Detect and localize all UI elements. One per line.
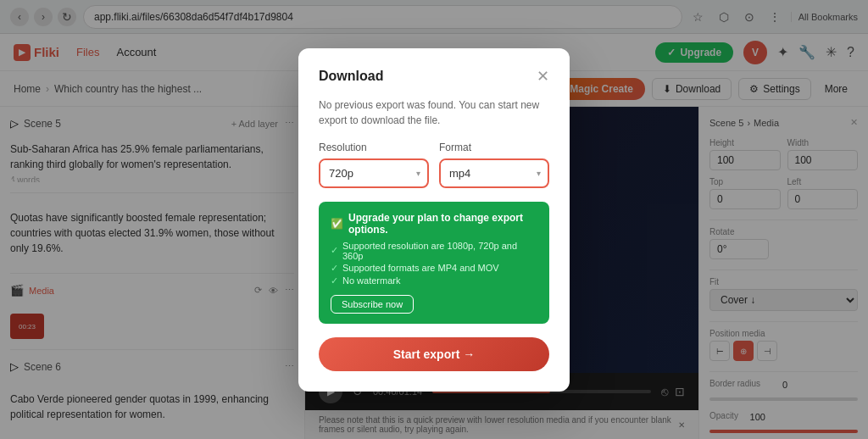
modal-overlay[interactable]: Download ✕ No previous export was found.… [0,0,868,439]
upgrade-line-1-text: Supported resolution are 1080p, 720p and… [342,241,537,261]
resolution-arrow-icon: ▾ [416,169,420,178]
upgrade-banner: ✅ Upgrade your plan to change export opt… [319,202,549,324]
resolution-select-wrap: 720p 1080p 360p ▾ [319,158,429,188]
upgrade-banner-title: ✅ Upgrade your plan to change export opt… [331,212,537,236]
check-icon-1: ✓ [331,245,338,256]
resolution-field-group: Resolution 720p 1080p 360p ▾ [319,142,429,188]
upgrade-banner-text: Upgrade your plan to change export optio… [348,212,537,236]
modal-description: No previous export was found. You can st… [319,97,549,128]
check-icon-2: ✓ [331,263,338,274]
modal-header: Download ✕ [319,69,549,84]
modal-close-button[interactable]: ✕ [537,69,549,84]
subscribe-button[interactable]: Subscribe now [331,295,414,314]
format-label: Format [439,142,549,153]
resolution-label: Resolution [319,142,429,153]
upgrade-line-3: ✓ No watermark [331,275,537,286]
upgrade-line-3-text: No watermark [342,275,400,286]
format-select-wrap: mp4 mov ▾ [439,158,549,188]
modal-title: Download [319,69,383,84]
check-icon-3: ✓ [331,275,338,286]
download-modal: Download ✕ No previous export was found.… [298,48,570,392]
format-field-group: Format mp4 mov ▾ [439,142,549,188]
resolution-select[interactable]: 720p 1080p 360p [320,160,416,186]
modal-fields: Resolution 720p 1080p 360p ▾ Format [319,142,549,188]
format-arrow-icon: ▾ [537,169,541,178]
subscribe-label: Subscribe now [342,299,403,309]
format-select[interactable]: mp4 mov [441,160,537,186]
start-export-button[interactable]: Start export → [319,337,549,371]
upgrade-line-2-text: Supported formats are MP4 and MOV [342,263,499,273]
start-export-label: Start export → [393,347,475,361]
upgrade-badge-icon: ✅ [331,218,343,230]
upgrade-line-2: ✓ Supported formats are MP4 and MOV [331,263,537,274]
upgrade-line-1: ✓ Supported resolution are 1080p, 720p a… [331,241,537,261]
